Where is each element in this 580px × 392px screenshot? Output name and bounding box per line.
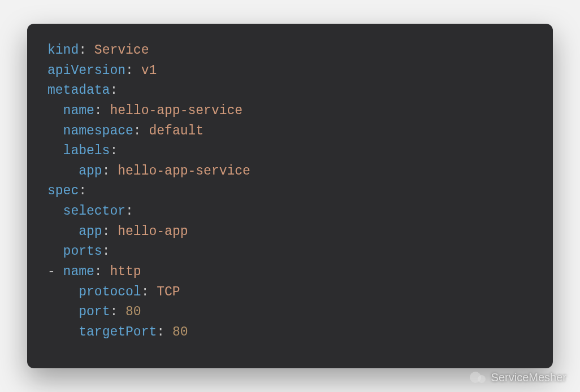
yaml-key: name — [63, 103, 94, 118]
code-line: spec: — [47, 184, 86, 198]
code-line: apiVersion: v1 — [47, 63, 157, 78]
yaml-value: hello-app-service — [118, 164, 250, 178]
yaml-key: apiVersion — [47, 63, 125, 78]
yaml-key: app — [79, 224, 102, 239]
code-line: name: hello-app-service — [47, 103, 243, 118]
code-line: app: hello-app-service — [47, 164, 250, 178]
yaml-value: hello-app-service — [110, 103, 243, 118]
code-line: selector: — [47, 204, 133, 219]
code-line: kind: Service — [47, 43, 149, 58]
code-line: ports: — [47, 244, 110, 259]
code-line: targetPort: 80 — [47, 325, 188, 339]
yaml-key: kind — [47, 43, 79, 58]
yaml-value: TCP — [157, 285, 180, 299]
wechat-icon — [470, 371, 487, 384]
code-line: port: 80 — [47, 304, 141, 319]
yaml-key: labels — [63, 143, 110, 158]
yaml-value: default — [149, 124, 204, 138]
yaml-key: protocol — [79, 285, 141, 299]
yaml-code-block: kind: Service apiVersion: v1 metadata: n… — [47, 41, 533, 343]
yaml-value: v1 — [141, 63, 157, 78]
yaml-key: namespace — [63, 124, 133, 138]
yaml-key: port — [79, 304, 110, 319]
watermark-text: ServiceMesher — [491, 371, 566, 384]
yaml-key: name — [63, 264, 94, 279]
yaml-value: 80 — [125, 304, 141, 319]
yaml-value: http — [110, 264, 141, 279]
code-line: app: hello-app — [47, 224, 188, 239]
yaml-key: targetPort — [79, 325, 157, 339]
code-line: namespace: default — [47, 124, 204, 138]
watermark: ServiceMesher — [470, 371, 566, 384]
yaml-key: metadata — [47, 83, 110, 98]
code-line: metadata: — [47, 83, 118, 98]
yaml-key: spec — [47, 184, 79, 198]
yaml-value: 80 — [172, 325, 188, 339]
yaml-key: selector — [63, 204, 125, 219]
code-line: - name: http — [47, 264, 141, 279]
code-card: kind: Service apiVersion: v1 metadata: n… — [27, 24, 553, 368]
yaml-value: Service — [94, 43, 149, 58]
yaml-key: ports — [63, 244, 102, 259]
yaml-value: hello-app — [118, 224, 188, 239]
code-line: labels: — [47, 143, 118, 158]
yaml-key: app — [79, 164, 102, 178]
code-line: protocol: TCP — [47, 285, 180, 299]
